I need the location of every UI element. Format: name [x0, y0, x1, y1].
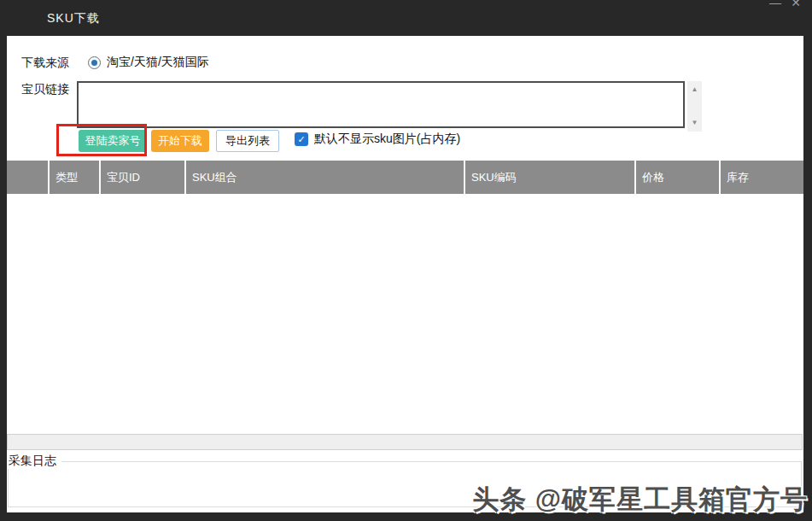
- column-header-type[interactable]: 类型: [48, 161, 99, 194]
- result-table-header: 类型 宝贝ID SKU组合 SKU编码 价格 库存: [7, 161, 803, 194]
- download-source-label: 下载来源: [21, 56, 69, 71]
- column-header-select[interactable]: [7, 161, 48, 194]
- result-table-body: [7, 194, 803, 434]
- main-content: 下载来源 淘宝/天猫/天猫国际 宝贝链接 ▲ ▼ 登陆卖家号 开始下载 导出列表…: [7, 36, 803, 512]
- source-radio-taobao[interactable]: 淘宝/天猫/天猫国际: [88, 55, 209, 70]
- scroll-down-icon[interactable]: ▼: [687, 116, 702, 130]
- start-download-button[interactable]: 开始下载: [151, 130, 209, 152]
- item-link-label: 宝贝链接: [21, 82, 69, 97]
- app-window: SKU下载 — ✕ 下载来源 淘宝/天猫/天猫国际 宝贝链接 ▲ ▼ 登陆卖家号…: [0, 0, 812, 521]
- column-header-sku-code[interactable]: SKU编码: [464, 161, 634, 194]
- scroll-up-icon[interactable]: ▲: [687, 83, 702, 97]
- horizontal-scrollbar[interactable]: [7, 434, 803, 450]
- column-header-item-id[interactable]: 宝贝ID: [99, 161, 184, 194]
- login-seller-button[interactable]: 登陆卖家号: [79, 130, 147, 152]
- collect-log-label: 采集日志: [7, 454, 61, 469]
- textarea-scrollbar[interactable]: ▲ ▼: [687, 81, 702, 132]
- hide-sku-image-label: 默认不显示sku图片(占内存): [314, 132, 460, 147]
- column-header-sku-combo[interactable]: SKU组合: [184, 161, 464, 194]
- hide-sku-image-checkbox[interactable]: ✓ 默认不显示sku图片(占内存): [295, 132, 460, 147]
- title-bar: SKU下载 — ✕: [0, 0, 812, 36]
- toutiao-watermark: 头条 @破军星工具箱官方号: [472, 482, 808, 518]
- export-list-button[interactable]: 导出列表: [216, 130, 279, 152]
- source-radio-label: 淘宝/天猫/天猫国际: [107, 55, 209, 70]
- minimize-icon[interactable]: —: [769, 0, 781, 9]
- close-icon[interactable]: ✕: [791, 0, 801, 9]
- radio-selected-icon[interactable]: [88, 56, 101, 69]
- item-link-input[interactable]: [77, 81, 685, 128]
- column-header-stock[interactable]: 库存: [719, 161, 803, 194]
- window-title: SKU下载: [47, 11, 100, 26]
- column-header-price[interactable]: 价格: [634, 161, 719, 194]
- checkbox-checked-icon[interactable]: ✓: [295, 132, 308, 146]
